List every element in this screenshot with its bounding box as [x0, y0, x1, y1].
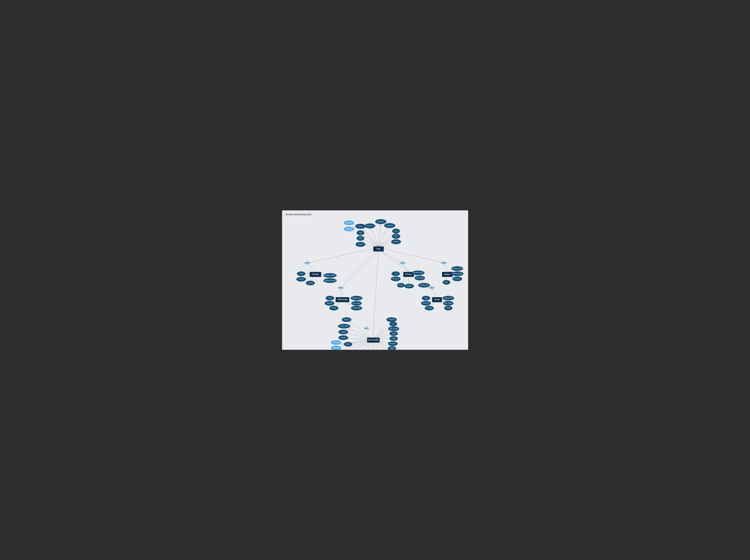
svg-line-19: [341, 250, 378, 288]
svg-text:Email_id: Email_id: [423, 302, 429, 304]
svg-text:Tr_id: Tr_id: [445, 281, 448, 283]
svg-text:College: College: [341, 331, 346, 333]
svg-text:State: State: [392, 333, 395, 334]
svg-text:Caption: Caption: [407, 285, 411, 287]
svg-text:Email_id: Email_id: [367, 225, 373, 226]
svg-text:FirstName: FirstName: [332, 341, 339, 343]
svg-text:Posting_Time: Posting_Time: [453, 267, 462, 269]
svg-text:City: City: [392, 323, 394, 324]
svg-line-17: [382, 248, 444, 263]
svg-text:Photo: Photo: [399, 284, 403, 286]
svg-text:Name: Name: [359, 225, 363, 227]
svg-text:Contactno: Contactno: [386, 224, 393, 226]
svg-text:Posting_Time: Posting_Time: [352, 297, 361, 299]
svg-text:Posting_Time: Posting_Time: [444, 297, 453, 299]
hasmany2-label: hasMany: [400, 262, 406, 263]
svg-line-67: [373, 319, 391, 339]
svg-line-13: [307, 248, 375, 263]
svg-line-8: [378, 223, 381, 246]
svg-text:Skills: Skills: [392, 337, 395, 339]
user-label: User: [376, 247, 381, 250]
hasmany1-label: hasMany: [304, 262, 310, 263]
svg-text:Scrap: Scrap: [446, 307, 450, 309]
testimonial-label: Testimonial: [337, 298, 347, 300]
hasmany5-label: hasMany: [429, 287, 435, 288]
hasone-label: hasOne: [364, 327, 369, 329]
svg-text:Email_id: Email_id: [344, 319, 349, 320]
svg-text:Upload_time: Upload_time: [420, 284, 428, 286]
svg-text:Tr_id: Tr_id: [328, 297, 331, 299]
svg-text:Update_Status: Update_Status: [452, 273, 462, 274]
friends-label: Friends: [312, 273, 319, 275]
svg-text:ReqRes_Details: ReqRes_Details: [325, 274, 335, 276]
svg-text:Gender: Gender: [358, 243, 363, 245]
svg-text:Interests: Interests: [390, 343, 396, 344]
hasmany3-label: hasMany: [441, 262, 447, 263]
svg-text:Approval_Status: Approval_Status: [325, 280, 336, 281]
svg-line-68: [373, 324, 392, 339]
svg-text:Email_id: Email_id: [327, 302, 332, 304]
svg-text:LastName: LastName: [346, 228, 352, 229]
svg-text:Country: Country: [393, 241, 399, 242]
svg-text:Gender: Gender: [341, 337, 346, 338]
svg-text:Hobby: Hobby: [390, 347, 394, 349]
svg-text:F_email: F_email: [427, 307, 432, 309]
photos-label: Photos: [405, 273, 412, 275]
svg-text:Contactno: Contactno: [388, 319, 395, 320]
svg-text:City: City: [395, 230, 398, 232]
svg-text:IsProfile_Photo: IsProfile_Photo: [413, 272, 423, 274]
svg-line-4: [370, 226, 379, 246]
svg-text:DOB: DOB: [359, 237, 362, 239]
scrap-label: Scrap: [434, 298, 440, 300]
svg-text:Like_Status: Like_Status: [444, 302, 452, 304]
svg-text:Age: Age: [359, 232, 362, 234]
svg-text:LastName: LastName: [332, 347, 339, 349]
svg-text:Tr_id: Tr_id: [299, 273, 303, 274]
svg-text:Email_id: Email_id: [298, 278, 304, 280]
svg-text:Testimonial: Testimonial: [353, 307, 360, 309]
svg-text:State: State: [394, 235, 398, 237]
svg-text:High_School: High_School: [389, 327, 398, 329]
userprofile-label: User Profile: [368, 339, 379, 341]
svg-text:Name: Name: [346, 343, 350, 345]
svg-line-23: [373, 250, 379, 328]
svg-text:Like_status: Like_status: [416, 277, 423, 279]
svg-text:Email_id: Email_id: [454, 278, 460, 280]
svg-line-15: [378, 250, 402, 263]
svg-text:Tr_id: Tr_id: [394, 273, 397, 274]
svg-line-21: [378, 250, 431, 288]
svg-text:Password: Password: [378, 220, 384, 222]
svg-text:Senoir_School: Senoir_School: [339, 325, 349, 327]
svg-text:FirstName: FirstName: [346, 222, 352, 223]
hasmany4-label: hasMany: [338, 287, 344, 288]
svg-line-14: [307, 263, 315, 272]
svg-text:Email_Id: Email_Id: [393, 278, 399, 280]
svg-text:F_email: F_email: [331, 307, 337, 309]
svg-text:Tr_id: Tr_id: [424, 297, 428, 299]
svg-text:Like_Status: Like_Status: [352, 302, 360, 304]
status-label: Status: [444, 273, 450, 275]
svg-text:F_email: F_email: [307, 282, 313, 284]
main-window: Social Networking Site: [282, 210, 468, 350]
